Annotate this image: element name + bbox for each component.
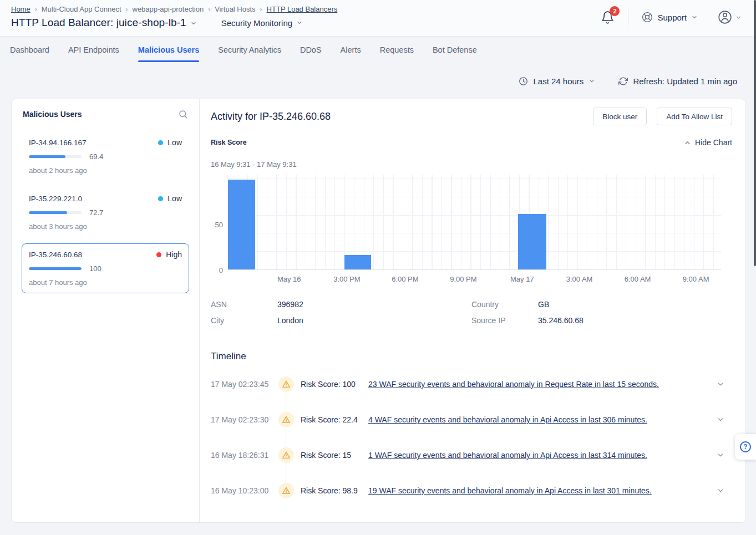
- notifications-button[interactable]: 2: [601, 11, 615, 24]
- help-button[interactable]: ?: [735, 434, 756, 460]
- expand-event-chevron-icon[interactable]: [717, 487, 724, 495]
- tab-bot-defense[interactable]: Bot Defense: [433, 37, 477, 63]
- avatar-icon: [718, 10, 732, 24]
- chart-x-tick-label: 3:00 PM: [333, 275, 360, 283]
- breadcrumb-item[interactable]: Virtual Hosts: [215, 5, 255, 13]
- risk-score-value: 72.7: [89, 208, 103, 217]
- risk-score-chart: 050 May 163:00 PM6:00 PM9:00 PMMay 173:0…: [211, 175, 732, 284]
- refresh-label: Refresh: Updated 1 min ago: [633, 77, 737, 86]
- chevron-up-icon: [684, 139, 691, 146]
- breadcrumb-item[interactable]: Multi-Cloud App Connect: [42, 5, 121, 13]
- tab-requests[interactable]: Requests: [380, 37, 414, 63]
- chart-x-tick-label: 6:00 AM: [625, 275, 651, 283]
- title-chevron-down-icon[interactable]: [190, 20, 197, 27]
- tab-alerts[interactable]: Alerts: [341, 37, 361, 63]
- malicious-user-item[interactable]: IP-35.246.60.68High100about 7 hours ago: [22, 243, 189, 293]
- tab-ddos[interactable]: DDoS: [300, 37, 322, 63]
- chart-gridline: [228, 215, 721, 216]
- chart-y-axis: 050: [211, 175, 227, 270]
- warning-icon: [278, 412, 294, 427]
- time-range-selector[interactable]: Last 24 hours: [519, 77, 595, 86]
- account-menu[interactable]: [718, 10, 742, 24]
- timeline-connector: [286, 463, 286, 483]
- timeline-title: Timeline: [211, 351, 732, 362]
- timeline-event-link[interactable]: 19 WAF security events and behavioral an…: [368, 486, 652, 495]
- chart-x-tick-label: 9:00 AM: [683, 275, 709, 283]
- event-risk-score: Risk Score: 98.9: [301, 486, 366, 495]
- timeline-event: 17 May 02:23:45Risk Score: 10023 WAF sec…: [211, 376, 732, 392]
- hide-chart-label: Hide Chart: [695, 138, 732, 147]
- last-seen: about 2 hours ago: [29, 166, 182, 175]
- hide-chart-toggle[interactable]: Hide Chart: [684, 138, 732, 147]
- user-ip: IP-34.94.166.167: [29, 139, 87, 147]
- risk-score-bar: [29, 211, 82, 214]
- page-title: HTTP Load Balancer: juice-shop-lb-1: [11, 17, 186, 29]
- tab-api-endpoints[interactable]: API Endpoints: [68, 37, 119, 63]
- detail-row: Source IP35.246.60.68: [471, 316, 732, 325]
- malicious-user-item[interactable]: IP-34.94.166.167Low69.4about 2 hours ago: [22, 131, 189, 181]
- timeline-list: 17 May 02:23:45Risk Score: 10023 WAF sec…: [211, 376, 732, 498]
- timeline-event-link[interactable]: 4 WAF security events and behavioral ano…: [368, 415, 647, 424]
- tab-dashboard[interactable]: Dashboard: [10, 37, 49, 63]
- refresh-icon: [618, 77, 628, 86]
- breadcrumb-item[interactable]: Home: [11, 5, 31, 13]
- event-timestamp: 17 May 02:23:45: [211, 380, 271, 389]
- chart-bar[interactable]: [228, 180, 255, 269]
- monitoring-dropdown[interactable]: Security Monitoring: [221, 18, 303, 28]
- detail-row: ASN396982: [211, 300, 471, 309]
- detail-row: CountryGB: [471, 300, 732, 309]
- chevron-down-icon: [588, 78, 595, 84]
- breadcrumb-item[interactable]: webapp-api-protection: [133, 5, 204, 13]
- chart-gridline: [228, 251, 721, 252]
- refresh-button[interactable]: Refresh: Updated 1 min ago: [618, 77, 737, 86]
- timeline-event-link[interactable]: 1 WAF security events and behavioral ano…: [368, 451, 647, 460]
- event-timestamp: 17 May 02:23:30: [211, 415, 271, 424]
- malicious-user-item[interactable]: IP-35.229.221.0Low72.7about 3 hours ago: [22, 187, 189, 237]
- malicious-users-list: IP-34.94.166.167Low69.4about 2 hours ago…: [22, 131, 189, 293]
- threat-dot-icon: [156, 252, 161, 257]
- chart-bar[interactable]: [518, 214, 546, 269]
- threat-level: High: [156, 250, 182, 259]
- threat-label: Low: [168, 194, 182, 203]
- warning-icon: [278, 447, 294, 463]
- tab-security-analytics[interactable]: Security Analytics: [218, 37, 281, 63]
- chart-x-tick-label: May 17: [510, 275, 534, 283]
- chart-x-tick-label: 9:00 PM: [450, 275, 476, 283]
- detail-value: 396982: [277, 300, 303, 309]
- chart-x-tick-label: 6:00 PM: [392, 275, 418, 283]
- breadcrumb-separator: ›: [208, 6, 210, 13]
- tab-malicious-users[interactable]: Malicious Users: [138, 37, 199, 63]
- search-icon[interactable]: [178, 109, 188, 119]
- support-menu[interactable]: Support: [642, 12, 698, 23]
- event-timestamp: 16 May 10:23:00: [211, 486, 271, 495]
- chart-gridline: [228, 233, 721, 233]
- block-user-button[interactable]: Block user: [593, 108, 647, 125]
- risk-score-label: Risk Score: [211, 139, 247, 146]
- timeline-event: 17 May 02:23:30Risk Score: 22.44 WAF sec…: [211, 412, 732, 427]
- threat-dot-icon: [158, 196, 163, 201]
- chart-x-tick-label: May 16: [277, 275, 301, 283]
- threat-label: Low: [168, 138, 182, 147]
- chart-bar[interactable]: [344, 255, 371, 269]
- add-to-allow-list-button[interactable]: Add To Allow List: [657, 108, 732, 125]
- risk-score-bar: [29, 267, 82, 270]
- breadcrumb-item[interactable]: HTTP Load Balancers: [267, 5, 338, 13]
- chart-y-tick-label: 0: [219, 266, 223, 274]
- monitoring-dropdown-label: Security Monitoring: [221, 18, 292, 28]
- sidebar-title: Malicious Users: [23, 110, 82, 119]
- timeline-connector: [286, 427, 286, 447]
- expand-event-chevron-icon[interactable]: [717, 380, 724, 388]
- detail-label: City: [211, 316, 277, 325]
- expand-event-chevron-icon[interactable]: [717, 416, 724, 424]
- notification-badge: 2: [610, 6, 620, 16]
- event-risk-score: Risk Score: 22.4: [301, 415, 366, 424]
- detail-label: Country: [471, 300, 538, 309]
- timeline-event-link[interactable]: 23 WAF security events and behavioral an…: [368, 380, 659, 389]
- clock-icon: [519, 77, 528, 86]
- expand-event-chevron-icon[interactable]: [717, 451, 724, 459]
- chevron-down-icon: [296, 19, 303, 26]
- page-scrollbar[interactable]: [754, 0, 756, 266]
- activity-panel: Activity for IP-35.246.60.68 Block user …: [200, 99, 746, 522]
- last-seen: about 7 hours ago: [29, 278, 182, 287]
- section-tabs: DashboardAPI EndpointsMalicious UsersSec…: [0, 37, 756, 63]
